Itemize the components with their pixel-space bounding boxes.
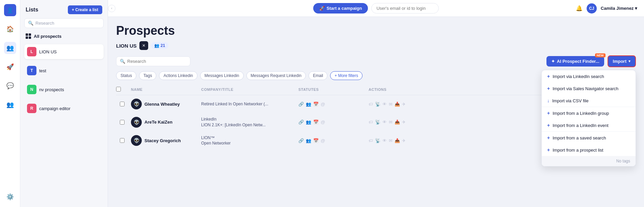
start-campaign-button[interactable]: 🚀 Start a campaign: [313, 3, 368, 14]
eye-icon[interactable]: 👁: [382, 120, 387, 125]
calendar-icon[interactable]: 📅: [313, 120, 319, 125]
send-icon[interactable]: ✈: [402, 102, 406, 107]
calendar-icon[interactable]: 📅: [313, 138, 319, 143]
row3-company-line1: LION™: [201, 135, 296, 141]
tag-icon[interactable]: 🏷: [369, 138, 373, 143]
send-icon[interactable]: ✈: [402, 138, 406, 143]
more-filters-chip[interactable]: + More filters: [330, 71, 363, 80]
create-list-button[interactable]: + Create a list: [68, 5, 102, 14]
eye-icon[interactable]: 👁: [382, 102, 387, 107]
grid-icon: [26, 33, 31, 39]
import-saved-search-label: Import from a saved search: [553, 135, 606, 140]
filter-messages-request-linkedin[interactable]: Messages Request Linkedin: [246, 71, 306, 80]
all-prospects-label[interactable]: All prospects: [24, 32, 104, 40]
import-via-linkedin-search[interactable]: + Import via LinkedIn search: [542, 70, 636, 82]
row1-checkbox[interactable]: [120, 102, 125, 106]
toolbar-search-input[interactable]: [127, 59, 187, 64]
list-item-campaign-editor[interactable]: R campaign editor: [24, 101, 104, 116]
sidebar-nav-campaigns[interactable]: 🚀: [4, 61, 16, 73]
sidebar-nav-messages[interactable]: 💬: [4, 80, 16, 92]
sidebar-nav-settings[interactable]: ⚙️: [4, 191, 16, 203]
new-badge: NEW: [595, 53, 606, 57]
row3-company-line2: Open Networker: [201, 140, 296, 146]
topbar: ‹ 🚀 Start a campaign 🔔 CJ Camila Jimenez…: [108, 0, 644, 17]
list-item-lion-us[interactable]: L LION US: [24, 44, 104, 59]
list-label-test: test: [39, 68, 46, 73]
import-button[interactable]: Import ▾: [608, 55, 636, 67]
row3-prospect: 👽 Stacey Gregorich: [131, 135, 198, 146]
mail-icon[interactable]: ✉: [389, 102, 393, 107]
rss-icon[interactable]: 📡: [375, 138, 380, 143]
lists-search-input[interactable]: [35, 21, 100, 26]
row2-company: LinkedIn LION 2.1K+: [LinkedIn Open Netw…: [201, 117, 296, 128]
mail-icon[interactable]: ✉: [389, 120, 393, 125]
import-csv-label: Import via CSV file: [552, 98, 589, 103]
inbox-icon[interactable]: 📥: [395, 102, 400, 107]
import-via-csv[interactable]: ↓ Import via CSV file: [542, 95, 636, 107]
link-icon[interactable]: 🔗: [298, 138, 304, 143]
list-info: LION US ✕ 👥 21: [116, 41, 636, 50]
filter-messages-linkedin[interactable]: Messages Linkedin: [200, 71, 244, 80]
inbox-icon[interactable]: 📥: [395, 120, 400, 125]
rss-icon[interactable]: 📡: [375, 120, 380, 125]
at-icon[interactable]: @: [321, 138, 325, 143]
calendar-icon[interactable]: 📅: [313, 102, 319, 107]
list-item-nv-prospects[interactable]: N nv prospects: [24, 82, 104, 97]
list-item-test[interactable]: T test: [24, 63, 104, 78]
row3-checkbox[interactable]: [120, 138, 125, 143]
user-name[interactable]: Camila Jimenez ▾: [601, 6, 637, 11]
lists-header: Lists + Create a list: [24, 5, 104, 14]
row1-avatar: 👽: [131, 99, 142, 109]
login-input[interactable]: [371, 3, 439, 14]
tag-icon[interactable]: 🏷: [369, 120, 373, 125]
plus-icon: +: [547, 135, 550, 140]
import-prospect-list[interactable]: + Import from a prospect list: [542, 144, 636, 156]
at-icon[interactable]: @: [321, 120, 325, 125]
mail-icon[interactable]: ✉: [389, 138, 393, 143]
sidebar-nav-prospects[interactable]: 👥: [4, 42, 16, 54]
lists-title: Lists: [26, 7, 38, 13]
row2-avatar: 👽: [131, 117, 142, 128]
group-icon[interactable]: 👥: [306, 138, 311, 143]
lists-search-box[interactable]: 🔍: [24, 18, 104, 28]
import-dropdown: + Import via LinkedIn search + Import vi…: [541, 70, 636, 166]
group-icon[interactable]: 👥: [306, 102, 311, 107]
group-icon[interactable]: 👥: [306, 120, 311, 125]
filter-tags[interactable]: Tags: [139, 71, 156, 80]
row2-checkbox[interactable]: [120, 120, 125, 125]
filter-status[interactable]: Status: [116, 71, 136, 80]
row1-company: Retired Linked In Open Networker (...: [201, 101, 296, 107]
list-icon-badge: ✕: [139, 41, 148, 50]
rss-icon[interactable]: 📡: [375, 102, 380, 107]
tag-icon[interactable]: 🏷: [369, 102, 373, 107]
search-icon: 🔍: [28, 21, 33, 26]
link-icon[interactable]: 🔗: [298, 120, 304, 125]
bell-icon[interactable]: 🔔: [576, 5, 583, 11]
import-saved-search[interactable]: + Import from a saved search: [542, 132, 636, 144]
sidebar-nav-home[interactable]: 🏠: [4, 23, 16, 35]
list-badge-campaign-editor: R: [27, 104, 36, 113]
row2-company-line1: LinkedIn: [201, 117, 296, 122]
select-all-checkbox[interactable]: [116, 87, 121, 92]
sidebar-nav-teams[interactable]: 👥: [4, 99, 16, 111]
row1-prospect: 👽 Glenna Wheatley: [131, 99, 198, 109]
ai-prospect-finder-button[interactable]: NEW ✦ AI Prospect Finder...: [546, 56, 604, 67]
import-linkedin-group[interactable]: + Import from a LinkedIn group: [542, 107, 636, 119]
row3-company: LION™ Open Networker: [201, 135, 296, 147]
at-icon[interactable]: @: [321, 102, 325, 107]
send-icon[interactable]: ✈: [402, 120, 406, 125]
collapse-sidebar-button[interactable]: ‹: [108, 5, 115, 12]
toolbar-search[interactable]: 🔍: [116, 56, 190, 66]
header-checkbox-col: [116, 87, 128, 92]
eye-icon[interactable]: 👁: [382, 138, 387, 143]
user-avatar: CJ: [587, 3, 597, 14]
chevron-down-icon: ▾: [628, 59, 630, 63]
import-via-sales-navigator[interactable]: + Import via Sales Navigator search: [542, 82, 636, 95]
import-linkedin-event-label: Import from a LinkedIn event: [553, 123, 608, 128]
filter-actions-linkedin[interactable]: Actions Linkedin: [159, 71, 197, 80]
link-icon[interactable]: 🔗: [298, 102, 304, 107]
header-company: COMPANY/TITLE: [201, 87, 296, 92]
import-linkedin-event[interactable]: + Import from a LinkedIn event: [542, 119, 636, 131]
inbox-icon[interactable]: 📥: [395, 138, 400, 143]
filter-email[interactable]: Email: [308, 71, 327, 80]
